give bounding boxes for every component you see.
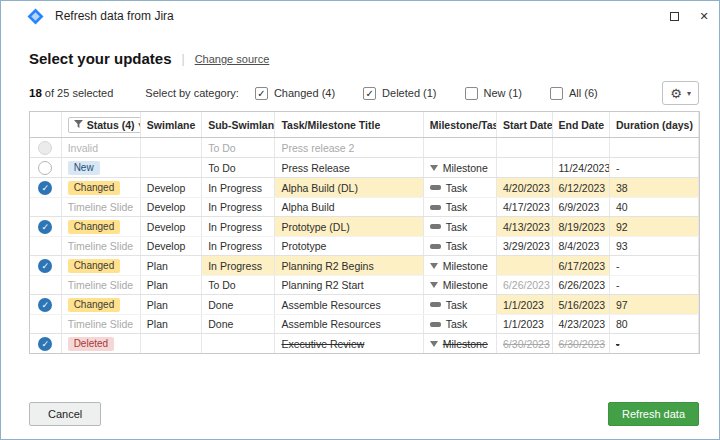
refresh-data-button[interactable]: Refresh data [608,402,699,426]
task-icon [430,244,441,249]
duration-cell: 38 [610,178,699,197]
status-filter-dropdown[interactable]: Status (4) ▾ [68,117,141,133]
duration-text: 80 [616,318,628,330]
cancel-button[interactable]: Cancel [29,402,101,426]
header-duration: Duration (days) [610,112,699,137]
title-cell: Alpha Build (DL) [275,178,423,197]
row-select-cell: ✓ [30,334,62,353]
type-cell [424,138,497,157]
row-checkbox-checked[interactable]: ✓ [38,298,52,312]
checkbox-checked-icon: ✓ [255,87,268,100]
row-checkbox-checked[interactable]: ✓ [38,181,52,195]
row-checkbox-checked[interactable]: ✓ [38,259,52,273]
table-body: InvalidTo DoPress release 2NewTo DoPress… [30,138,699,353]
status-badge: Invalid [68,142,98,154]
change-source-link[interactable]: Change source [195,53,270,65]
table-row[interactable]: ✓ChangedPlanIn ProgressPlanning R2 Begin… [30,256,699,275]
category-checkbox-changed[interactable]: ✓Changed (4) [255,87,335,100]
end-cell: 6/26/2023 [553,276,610,294]
title-cell: Press Release [275,158,423,177]
selected-count-suffix: of 25 selected [45,87,114,99]
status-cell: Timeline Slide [62,237,141,255]
table-row[interactable]: InvalidTo DoPress release 2 [30,138,699,157]
row-checkbox-unchecked[interactable] [38,161,52,175]
table-row[interactable]: Timeline SlidePlanTo DoPlanning R2 Start… [30,275,699,294]
end-cell: 8/19/2023 [553,217,610,236]
selection-count: 18 of 25 selected [29,87,113,99]
duration-text: - [616,279,620,291]
row-select-cell: ✓ [30,295,62,314]
category-label: Changed (4) [274,87,335,99]
table-row[interactable]: NewTo DoPress ReleaseMilestone11/24/2023… [30,158,699,177]
status-cell: Changed [62,217,141,236]
row-checkbox-disabled [38,141,52,155]
table-row[interactable]: ✓ChangedPlanDoneAssemble ResourcesTask1/… [30,295,699,314]
checkbox-unchecked-icon [465,87,478,100]
duration-cell: 92 [610,217,699,236]
row-select-cell: ✓ [30,178,62,197]
swimlane-text: Develop [147,240,186,252]
table-row[interactable]: ✓DeletedExecutive ReviewMilestone6/30/20… [30,334,699,353]
task-icon [430,205,441,210]
end-text: 6/9/2023 [559,201,600,213]
subswimlane-text: In Progress [208,260,262,272]
milestone-icon [430,165,438,171]
swimlane-text: Plan [147,279,168,291]
type-text: Task [446,240,468,252]
maximize-button[interactable] [659,1,689,31]
table-row-group: ✓ChangedDevelopIn ProgressPrototype (DL)… [30,217,699,256]
close-button[interactable]: ✕ [689,1,719,31]
start-text: 6/26/2023 [503,279,550,291]
end-cell: 6/12/2023 [553,178,610,197]
swimlane-cell: Plan [141,315,202,333]
category-checkbox-new[interactable]: New (1) [465,87,523,100]
category-label: Deleted (1) [382,87,436,99]
duration-text: 38 [616,182,628,194]
row-select-cell: ✓ [30,217,62,236]
settings-button[interactable]: ⚙ ▾ [662,81,699,105]
category-checkbox-deleted[interactable]: ✓Deleted (1) [363,87,436,100]
end-cell: 5/16/2023 [553,295,610,314]
subswimlane-text: In Progress [208,240,262,252]
start-cell: 6/26/2023 [497,276,552,294]
duration-cell [610,138,699,157]
duration-cell: - [610,334,699,353]
gear-icon: ⚙ [670,87,682,100]
subswimlane-text: To Do [208,279,235,291]
header-start-date: Start Date [497,112,552,137]
subswimlane-cell: To Do [202,138,275,157]
table-row[interactable]: ✓ChangedDevelopIn ProgressAlpha Build (D… [30,178,699,197]
table-row[interactable]: Timeline SlidePlanDoneAssemble Resources… [30,314,699,333]
status-cell: Deleted [62,334,141,353]
end-text: 6/12/2023 [559,182,606,194]
subswimlane-text: Done [208,299,233,311]
type-cell: Task [424,217,497,236]
table-row[interactable]: ✓ChangedDevelopIn ProgressPrototype (DL)… [30,217,699,236]
end-text: 5/16/2023 [559,299,606,311]
status-badge: Changed [68,298,121,312]
table-row[interactable]: Timeline SlideDevelopIn ProgressAlpha Bu… [30,197,699,216]
status-cell: Changed [62,178,141,197]
row-checkbox-checked[interactable]: ✓ [38,337,52,351]
end-text: 6/17/2023 [559,260,606,272]
duration-cell: 97 [610,295,699,314]
title-cell: Planning R2 Start [275,276,423,294]
end-text: 8/4/2023 [559,240,600,252]
subswimlane-text: In Progress [208,201,262,213]
type-text: Task [446,201,468,213]
title-cell: Assemble Resources [275,315,423,333]
subswimlane-cell: To Do [202,158,275,177]
category-checkbox-all[interactable]: All (6) [550,87,598,100]
table-row-group: ✓ChangedPlanIn ProgressPlanning R2 Begin… [30,256,699,295]
row-select-cell [30,276,62,294]
row-checkbox-checked[interactable]: ✓ [38,220,52,234]
subswimlane-cell: In Progress [202,178,275,197]
end-cell: 11/24/2023 [553,158,610,177]
subswimlane-cell: In Progress [202,217,275,236]
status-badge: Deleted [68,337,114,351]
table-row[interactable]: Timeline SlideDevelopIn ProgressPrototyp… [30,236,699,255]
start-text: 4/13/2023 [503,221,550,233]
subswimlane-cell: To Do [202,276,275,294]
milestone-icon [430,263,438,269]
subswimlane-text: Done [208,318,233,330]
